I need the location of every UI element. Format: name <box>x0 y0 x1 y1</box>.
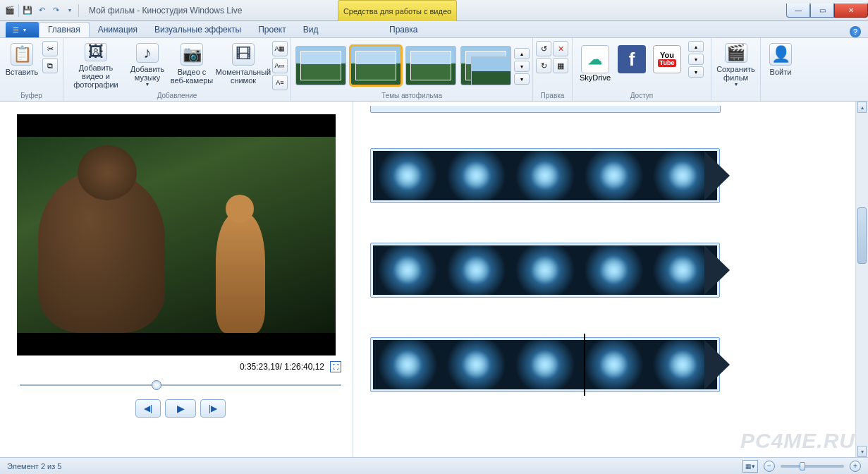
group-label-share: Доступ <box>575 92 708 101</box>
seek-thumb[interactable] <box>152 380 161 390</box>
menu-icon: ☰ <box>13 26 19 34</box>
themes-scroll-up-icon[interactable]: ▴ <box>514 48 530 59</box>
zoom-slider[interactable] <box>781 465 844 468</box>
qat-dropdown-icon[interactable]: ▾ <box>64 5 75 16</box>
minimize-button[interactable]: — <box>786 4 810 18</box>
group-label-save <box>714 99 757 101</box>
zoom-out-button[interactable]: − <box>764 461 775 472</box>
tab-effects[interactable]: Визуальные эффекты <box>146 22 250 37</box>
status-item-text: Элемент 2 из 5 <box>7 462 61 470</box>
group-label-add: Добавление <box>66 92 288 101</box>
skydrive-button[interactable]: ☁ SkyDrive <box>580 40 611 82</box>
save-movie-button[interactable]: 🎬 Сохранить фильм ▾ <box>714 40 757 89</box>
youtube-label-top: You <box>660 51 674 59</box>
ribbon-group-buffer: 📋 Вставить ✂ ⧉ Буфер <box>0 38 63 101</box>
timeline-scrollbar[interactable]: ▴ ▾ <box>855 102 868 457</box>
facebook-button[interactable]: f <box>618 45 646 73</box>
timecode: 0:35:23,19/ 1:26:40,12 <box>240 362 324 372</box>
paste-button[interactable]: 📋 Вставить <box>3 40 41 89</box>
skydrive-icon: ☁ <box>581 45 609 73</box>
select-all-icon[interactable]: ▦ <box>553 58 568 73</box>
save-icon[interactable]: 💾 <box>22 5 33 16</box>
tab-project[interactable]: Проект <box>250 22 295 37</box>
film-photo-icon: 🖼 <box>85 43 107 61</box>
zoom-in-button[interactable]: + <box>850 461 861 472</box>
preview-pane: 0:35:23,19/ 1:26:40,12 ⛶ ◀| ▶ |▶ <box>0 102 353 457</box>
play-button[interactable]: ▶ <box>165 399 196 418</box>
save-movie-icon: 🎬 <box>725 43 747 63</box>
close-button[interactable]: ✕ <box>834 4 868 18</box>
timeline-pane: ▴ ▾ <box>353 102 868 457</box>
next-frame-button[interactable]: |▶ <box>200 399 226 418</box>
ribbon: 📋 Вставить ✂ ⧉ Буфер 🖼 Добавить видео и … <box>0 38 868 102</box>
group-label-login <box>764 99 797 101</box>
playback-controls: ◀| ▶ |▶ <box>17 399 344 418</box>
clip-thumb <box>442 151 511 200</box>
tab-view[interactable]: Вид <box>295 22 327 37</box>
clip-thumb <box>580 245 649 295</box>
share-scroll-down-icon[interactable]: ▾ <box>688 54 704 65</box>
theme-option-4[interactable] <box>460 46 511 85</box>
clip-thumb <box>511 151 580 200</box>
undo-icon[interactable]: ↶ <box>36 5 47 16</box>
fullscreen-icon[interactable]: ⛶ <box>330 361 341 372</box>
ribbon-group-login: 👤 Войти <box>761 38 800 101</box>
scroll-down-icon[interactable]: ▾ <box>857 446 867 457</box>
scroll-thumb[interactable] <box>857 207 867 264</box>
webcam-button[interactable]: 📷 Видео с веб-камеры <box>169 40 214 89</box>
maximize-button[interactable]: ▭ <box>810 4 834 18</box>
timeline-clip-3[interactable] <box>370 337 720 392</box>
ribbon-group-share: ☁ SkyDrive f You Tube ▴ ▾ ▾ Доступ <box>573 38 711 101</box>
themes-scroll-down-icon[interactable]: ▾ <box>514 61 530 72</box>
add-music-button[interactable]: ♪ Добавить музыку ▾ <box>127 40 168 89</box>
tab-home[interactable]: Главная <box>39 22 90 37</box>
window-title: Мой фильм - Киностудия Windows Live <box>89 6 242 16</box>
theme-option-3[interactable] <box>405 46 456 85</box>
skydrive-label: SkyDrive <box>580 73 611 82</box>
youtube-button[interactable]: You Tube <box>653 45 681 73</box>
credits-icon[interactable]: A≡ <box>272 75 288 90</box>
rotate-right-icon[interactable]: ↻ <box>536 58 551 73</box>
app-icon[interactable]: 🎬 <box>4 5 16 16</box>
titlebar: 🎬 💾 ↶ ↷ ▾ Мой фильм - Киностудия Windows… <box>0 0 868 21</box>
rotate-left-icon[interactable]: ↺ <box>536 41 551 56</box>
redo-icon[interactable]: ↷ <box>50 5 61 16</box>
delete-icon[interactable]: ✕ <box>553 41 568 56</box>
login-label: Войти <box>770 68 792 76</box>
playhead[interactable] <box>584 334 585 396</box>
prev-frame-button[interactable]: ◀| <box>135 399 161 418</box>
snapshot-icon: 🎞 <box>232 43 255 66</box>
tab-animation[interactable]: Анимация <box>90 22 146 37</box>
scroll-up-icon[interactable]: ▴ <box>857 102 867 113</box>
tab-edit[interactable]: Правка <box>381 22 427 37</box>
timeline-clip-1[interactable] <box>370 148 720 203</box>
timeline-clip-2[interactable] <box>370 243 720 298</box>
timeline-clip-partial[interactable] <box>370 106 721 113</box>
thumbnails-view-button[interactable]: ▦▾ <box>742 460 758 473</box>
caption-icon[interactable]: A▭ <box>272 58 288 73</box>
clip-thumb <box>442 245 511 295</box>
seek-bar[interactable] <box>20 382 341 388</box>
add-video-photo-button[interactable]: 🖼 Добавить видео и фотографии <box>66 40 126 89</box>
zoom-thumb[interactable] <box>800 462 805 470</box>
copy-icon[interactable]: ⧉ <box>42 58 58 73</box>
ribbon-group-edit: ↺ ✕ ↻ ▦ Правка <box>533 38 573 101</box>
share-scroll-up-icon[interactable]: ▴ <box>688 41 704 52</box>
title-icon[interactable]: A▦ <box>272 41 288 56</box>
file-menu-button[interactable]: ☰ <box>6 22 39 37</box>
ribbon-group-add: 🖼 Добавить видео и фотографии ♪ Добавить… <box>63 38 291 101</box>
youtube-label-bottom: Tube <box>658 59 677 67</box>
music-note-icon: ♪ <box>136 43 159 63</box>
clip-thumb <box>373 151 442 200</box>
cut-icon[interactable]: ✂ <box>42 41 58 56</box>
add-video-photo-label: Добавить видео и фотографии <box>67 63 125 89</box>
theme-option-2[interactable] <box>350 46 401 85</box>
login-button[interactable]: 👤 Войти <box>764 40 797 89</box>
clip-thumb <box>373 245 442 295</box>
share-more-icon[interactable]: ▾ <box>688 66 704 78</box>
themes-more-icon[interactable]: ▾ <box>514 73 530 85</box>
video-preview[interactable] <box>17 114 336 356</box>
theme-option-1[interactable] <box>295 46 346 85</box>
help-icon[interactable]: ? <box>850 26 861 37</box>
snapshot-button[interactable]: 🎞 Моментальный снимок <box>216 40 271 89</box>
